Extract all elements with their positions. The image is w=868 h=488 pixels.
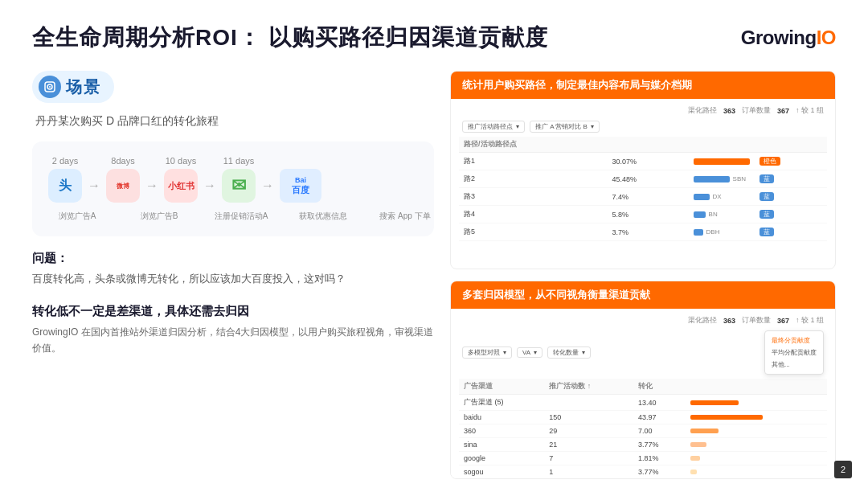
table-row: 360 29 7.00 (459, 424, 827, 438)
table-row: sina 21 3.77% (459, 438, 827, 452)
top-table: 路径/活动路径点 路1 30.07% (459, 137, 827, 241)
logo-growing: Growing (741, 27, 817, 48)
cell-val: 1.81% (633, 452, 686, 465)
header: 全生命周期分析ROI： 以购买路径归因渠道贡献度 GrowingIO (32, 23, 836, 53)
cell-tag: 蓝 (755, 188, 827, 206)
conversion-dropdown[interactable]: 转化数量 (547, 347, 591, 359)
cell-bar2 (686, 438, 827, 452)
cell-channel: sina (459, 438, 544, 452)
arrow-2: → (140, 166, 164, 193)
cell-bar (689, 153, 755, 170)
left-panel: 场景 丹丹某次购买 D 品牌口红的转化旅程 2 days 头 → 8days (32, 71, 434, 479)
top-filter-row[interactable]: 推广活动路径点 推广 A 营销对比 B (459, 121, 827, 133)
bottom-stats-bar: 渠化路径 363 订单数量 367 ↑ 较 1 组 (459, 315, 827, 326)
cell-channel: baidu (459, 411, 544, 424)
journey-flow: 2 days 头 → 8days 微博 → 10 days (32, 141, 434, 236)
cell-count: 7 (544, 452, 633, 465)
right-panel: 统计用户购买路径，制定最佳内容布局与媒介档期 渠化路径 363 订单数量 367… (450, 71, 836, 479)
conclusion-title: 转化低不一定是差渠道，具体还需去归因 (32, 304, 434, 319)
top-card-body: 渠化路径 363 订单数量 367 ↑ 较 1 组 推广活动路径点 推广 A 营… (451, 99, 835, 248)
conclusion-section: 转化低不一定是差渠道，具体还需去归因 GrowingIO 在国内首推站外渠道归因… (32, 304, 434, 357)
top-card-header: 统计用户购买路径，制定最佳内容布局与媒介档期 (451, 72, 835, 99)
cell-id: 路3 (459, 188, 607, 206)
icon-message: ✉ (222, 169, 256, 203)
cell-bar2 (686, 465, 827, 479)
th-activity: 推广活动数 ↑ (544, 379, 633, 395)
cell-count: 150 (544, 411, 633, 424)
flow-labels-row: 浏览广告A 浏览广告B 注册促销活动A 获取优惠信息 搜索 App 下单 (48, 211, 418, 222)
days-xiaohongshu: 10 days (166, 156, 197, 166)
arrow-4: → (256, 166, 280, 193)
cell-bar2 (686, 424, 827, 438)
table-row: 路5 3.7% DBH 蓝 (459, 223, 827, 241)
bottom-card-body: 渠化路径 363 订单数量 367 ↑ 较 1 组 多模型对照 VA 转化数量 … (451, 309, 835, 479)
cell-pct: 3.7% (607, 223, 688, 241)
flow-step-weibo: 8days 微博 (106, 156, 140, 203)
cell-tag: 蓝 (755, 206, 827, 223)
cell-bar: BN (689, 206, 755, 223)
cell-count: 1 (544, 479, 633, 480)
cell-bar: DX (689, 188, 755, 206)
cell-bar2 (686, 479, 827, 480)
cell-pct: 5.8% (607, 206, 688, 223)
label-weibo: 浏览广告B (130, 211, 188, 222)
stat-num1: 363 (723, 107, 735, 115)
cell-channel: robot (459, 479, 544, 480)
stat-label2: 订单数量 (742, 105, 771, 116)
stat-label1: 渠化路径 (688, 105, 717, 116)
th-bar (689, 137, 755, 153)
label-toutiao: 浏览广告A (48, 211, 106, 222)
problem-title: 问题： (32, 251, 434, 266)
bottom-stat-num1: 363 (723, 317, 735, 325)
flow-step-message: 11 days ✉ (222, 156, 256, 203)
arrow-1: → (82, 166, 106, 193)
table-row: 广告渠道 (5) 13.40 (459, 395, 827, 411)
th-path: 路径/活动路径点 (459, 137, 607, 153)
logo-io: IO (817, 27, 836, 48)
cell-tag: 蓝 (755, 223, 827, 241)
th-channel: 广告渠道 (459, 379, 544, 395)
label-message: 获取优惠信息 (294, 211, 352, 222)
problem-text: 百度转化高，头条或微博无转化，所以应该加大百度投入，这对吗？ (32, 271, 434, 288)
days-message: 11 days (223, 156, 255, 166)
arrow-3: → (198, 166, 222, 193)
icon-xiaohongshu: 小红书 (164, 169, 198, 203)
scene-icon (39, 76, 61, 98)
cell-count: 29 (544, 424, 633, 438)
popup-item-2[interactable]: 平均分配贡献度 (772, 347, 817, 359)
label-xiaohongshu: 注册促销活动A (212, 211, 270, 222)
table-row: google 7 1.81% (459, 452, 827, 465)
cell-pct: 7.4% (607, 188, 688, 206)
cell-count: 1 (544, 465, 633, 479)
attribution-popup: 最终分贡献度 平均分配贡献度 其他... (764, 330, 824, 375)
va-dropdown[interactable]: VA (517, 347, 542, 358)
table-row: 路4 5.8% BN 蓝 (459, 206, 827, 223)
popup-item-3[interactable]: 其他... (772, 359, 817, 371)
th-tag (755, 137, 827, 153)
stat-label3: ↑ 较 1 组 (796, 105, 824, 116)
filter-dropdown[interactable]: 推广活动路径点 (462, 121, 525, 133)
cell-id: 路1 (459, 153, 607, 170)
cell-val: 4.27% (633, 479, 686, 480)
top-card: 统计用户购买路径，制定最佳内容布局与媒介档期 渠化路径 363 订单数量 367… (450, 71, 836, 269)
bottom-stat-label3: ↑ 较 1 组 (796, 315, 824, 326)
filter-dropdown2[interactable]: 推广 A 营销对比 B (530, 121, 600, 133)
flow-step-baidu: - Bai 百度 (280, 156, 321, 203)
flow-step-toutiao: 2 days 头 (48, 156, 82, 203)
model-dropdown[interactable]: 多模型对照 (462, 347, 512, 359)
cell-val: 7.00 (633, 424, 686, 438)
popup-item-1[interactable]: 最终分贡献度 (772, 334, 817, 347)
table-row: 路1 30.07% 橙色 (459, 153, 827, 170)
cell-val: 3.77% (633, 465, 686, 479)
th-bar2 (686, 379, 827, 395)
cell-bar2 (686, 411, 827, 424)
cell-id: 路4 (459, 206, 607, 223)
flow-step-xiaohongshu: 10 days 小红书 (164, 156, 198, 203)
body-row: 场景 丹丹某次购买 D 品牌口红的转化旅程 2 days 头 → 8days (32, 71, 836, 479)
page-number: 2 (834, 461, 852, 478)
bottom-filter-row[interactable]: 多模型对照 VA 转化数量 最终分贡献度 平均分配贡献度 其他... (459, 330, 827, 375)
main-container: 全生命周期分析ROI： 以购买路径归因渠道贡献度 GrowingIO 场景 丹丹 (0, 0, 868, 488)
cell-pct: 45.48% (607, 170, 688, 188)
scene-tag: 场景 (32, 71, 114, 103)
cell-bar: SBN (689, 170, 755, 188)
